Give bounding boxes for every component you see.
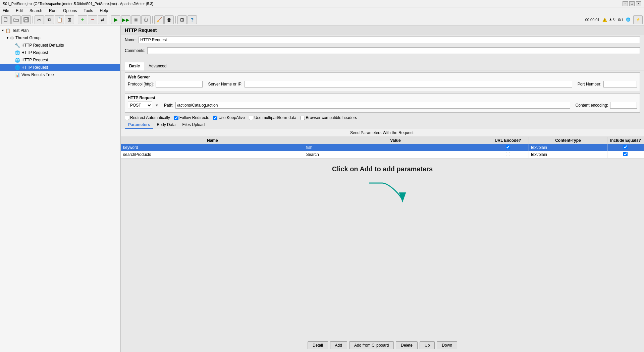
- stop-button[interactable]: ⏹: [131, 15, 141, 24]
- test-plan-icon: 📋: [5, 28, 11, 33]
- tree-item-http-req-1[interactable]: ▷ 🌐 HTTP Request: [0, 49, 120, 56]
- tab-advanced[interactable]: Advanced: [144, 62, 171, 70]
- params-table: Name Value URL Encode? Content-Type Incl…: [121, 137, 644, 158]
- follow-redirects-checkbox[interactable]: Follow Redirects: [174, 115, 209, 120]
- tree-label-test-plan: Test Plan: [12, 28, 29, 33]
- sub-tab-files-upload[interactable]: Files Upload: [179, 121, 208, 129]
- tree-item-test-plan[interactable]: ▼ 📋 Test Plan: [0, 27, 120, 34]
- tree-item-thread-group[interactable]: ▼ ⚙ Thread Group: [0, 34, 120, 42]
- param-include-equals[interactable]: [607, 151, 644, 158]
- col-name: Name: [121, 137, 304, 144]
- add-from-clipboard-button[interactable]: Add from Clipboard: [349, 341, 394, 349]
- http-method-row: POST GET PUT DELETE ▼ Path: Content enco…: [128, 102, 637, 109]
- table-row[interactable]: keywordfishtext/plain: [121, 144, 644, 151]
- content-encoding-input[interactable]: [610, 102, 637, 109]
- web-server-fields: Protocol [http]: Server Name or IP: Port…: [128, 81, 637, 87]
- start-button[interactable]: ▶: [111, 15, 120, 24]
- col-include-equals: Include Equals?: [607, 137, 644, 144]
- send-params-label: Send Parameters With the Request:: [121, 129, 644, 137]
- menu-options[interactable]: Options: [62, 8, 78, 13]
- shutdown-button[interactable]: ⏻: [141, 15, 151, 24]
- method-select[interactable]: POST GET PUT DELETE: [128, 102, 152, 109]
- name-input[interactable]: [139, 37, 640, 43]
- browser-compat-checkbox[interactable]: Browser-compatible headers: [301, 115, 357, 120]
- remote-button[interactable]: ⚡: [633, 15, 643, 24]
- param-content-type: text/plain: [529, 151, 607, 158]
- table-row[interactable]: searchProductsSearchtext/plain: [121, 151, 644, 158]
- col-value: Value: [304, 137, 487, 144]
- param-url-encode[interactable]: [487, 144, 529, 151]
- toolbar-separator-5: [175, 16, 176, 23]
- tab-basic[interactable]: Basic: [125, 62, 144, 70]
- comments-input[interactable]: [147, 47, 640, 54]
- save-button[interactable]: [21, 15, 31, 24]
- right-panel: HTTP Request Name: Comments: ... Basic A…: [121, 25, 644, 352]
- maximize-button[interactable]: □: [629, 1, 635, 6]
- protocol-label: Protocol [http]:: [128, 82, 154, 86]
- tree-toggle-test-plan[interactable]: ▼: [1, 29, 5, 32]
- add-param-button[interactable]: Add: [330, 341, 347, 349]
- down-button[interactable]: Down: [437, 341, 457, 349]
- delete-button[interactable]: Delete: [396, 341, 418, 349]
- port-input[interactable]: [603, 81, 637, 87]
- use-keepalive-checkbox[interactable]: Use KeepAlive: [213, 115, 245, 120]
- table-button[interactable]: ⊞: [177, 15, 187, 24]
- menu-tools[interactable]: Tools: [82, 8, 94, 13]
- param-url-encode[interactable]: [487, 151, 529, 158]
- expand-dots: ...: [636, 56, 640, 61]
- menu-file[interactable]: File: [1, 8, 10, 13]
- toolbar-separator-4: [152, 16, 153, 23]
- cut-button[interactable]: ✂: [35, 15, 44, 24]
- server-input[interactable]: [245, 81, 572, 87]
- svg-rect-0: [4, 17, 7, 21]
- clear-all-button[interactable]: 🗑: [164, 15, 174, 24]
- sub-tab-parameters[interactable]: Parameters: [125, 121, 153, 129]
- add-button[interactable]: +: [78, 15, 87, 24]
- use-multipart-checkbox[interactable]: Use multipart/form-data: [249, 115, 296, 120]
- open-button[interactable]: [11, 15, 21, 24]
- menu-search[interactable]: Search: [28, 8, 44, 13]
- param-value: fish: [304, 144, 487, 151]
- path-input[interactable]: [175, 102, 570, 109]
- detail-button[interactable]: Detail: [308, 341, 328, 349]
- menu-edit[interactable]: Edit: [14, 8, 24, 13]
- window-controls: − □ ×: [623, 1, 641, 6]
- toggle-button[interactable]: ⇄: [98, 15, 107, 24]
- tree-label-http-defaults: HTTP Request Defaults: [21, 43, 64, 48]
- paste-button[interactable]: 📋: [55, 15, 64, 24]
- tree-item-http-req-2[interactable]: ▷ 🌐 HTTP Request: [0, 56, 120, 64]
- expand-section[interactable]: ...: [121, 55, 644, 62]
- comments-label: Comments:: [125, 48, 145, 53]
- protocol-input[interactable]: [156, 81, 203, 87]
- param-include-equals[interactable]: [607, 144, 644, 151]
- start-no-pauses-button[interactable]: ▶▶: [121, 15, 130, 24]
- param-value: Search: [304, 151, 487, 158]
- panel-title: HTTP Request: [121, 25, 644, 35]
- tree-toggle-thread-group[interactable]: ▼: [6, 36, 10, 40]
- warning-count: ! ▲ 0: [602, 17, 615, 22]
- tree-item-http-defaults[interactable]: ▷ 🔧 HTTP Request Defaults: [0, 42, 120, 49]
- tree-item-view-results[interactable]: ▷ 📊 View Results Tree: [0, 71, 120, 78]
- checkboxes-row: Redirect Automatically Follow Redirects …: [121, 114, 644, 121]
- help-toolbar-button[interactable]: ?: [187, 15, 197, 24]
- copy-button[interactable]: ⧉: [45, 15, 54, 24]
- toolbar-right: 00:00:01 ! ▲ 0 0/1 🌐 ⚡: [585, 15, 643, 24]
- up-button[interactable]: Up: [420, 341, 435, 349]
- expand-button[interactable]: ⊞: [65, 15, 74, 24]
- tree-item-http-req-3[interactable]: ▷ 🌐 HTTP Request: [0, 64, 120, 71]
- clear-button[interactable]: 🧹: [154, 15, 164, 24]
- new-button[interactable]: [1, 15, 11, 24]
- param-content-type: text/plain: [529, 144, 607, 151]
- remove-button[interactable]: −: [88, 15, 97, 24]
- param-name: searchProducts: [121, 151, 304, 158]
- svg-rect-3: [24, 20, 28, 22]
- col-url-encode: URL Encode?: [487, 137, 529, 144]
- redirect-auto-checkbox[interactable]: Redirect Automatically: [125, 115, 170, 120]
- web-server-section: Web Server Protocol [http]: Server Name …: [125, 72, 640, 91]
- menu-run[interactable]: Run: [48, 8, 58, 13]
- sub-tab-body-data[interactable]: Body Data: [153, 121, 179, 129]
- menu-help[interactable]: Help: [98, 8, 109, 13]
- close-button[interactable]: ×: [636, 1, 641, 6]
- web-server-title: Web Server: [128, 75, 637, 79]
- minimize-button[interactable]: −: [623, 1, 628, 6]
